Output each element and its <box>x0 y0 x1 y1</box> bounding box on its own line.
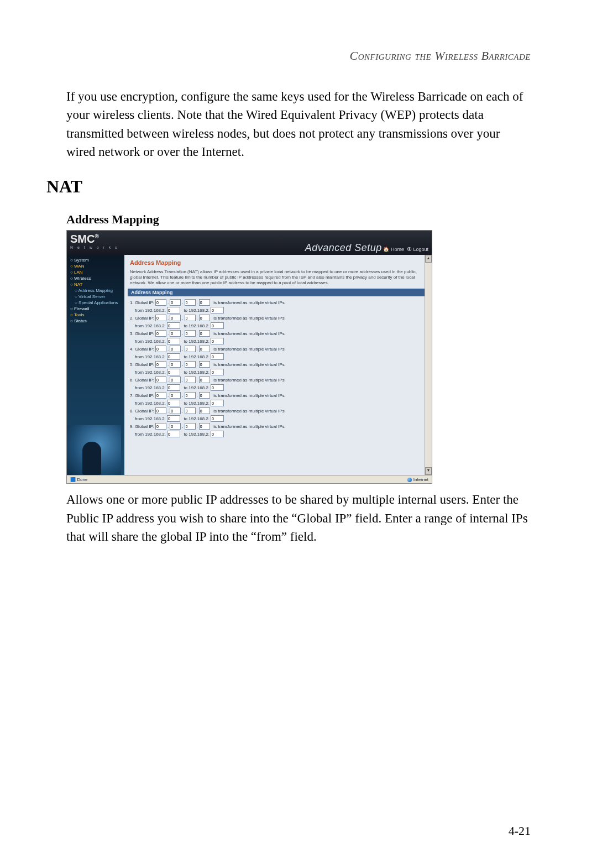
mapping-global-row: 6. Global IP: . . . is transformed as mu… <box>130 376 427 384</box>
mapping-global-row: 7. Global IP: . . . is transformed as mu… <box>130 391 427 399</box>
ip-range-input[interactable] <box>211 415 224 422</box>
sidebar-item[interactable]: ○ WAN <box>70 263 124 269</box>
ip-range-input[interactable] <box>167 384 180 391</box>
ip-range-input[interactable] <box>167 322 180 329</box>
ip-octet-input[interactable] <box>199 299 210 306</box>
ip-octet-input[interactable] <box>199 315 210 321</box>
ip-octet-input[interactable] <box>170 361 181 368</box>
scroll-up-icon[interactable]: ▲ <box>425 255 432 263</box>
ip-octet-input[interactable] <box>199 346 210 352</box>
sidebar-item[interactable]: ○ System <box>70 257 124 263</box>
sidebar-item[interactable]: ○ Special Applications <box>70 300 124 306</box>
sidebar: ○ System○ WAN○ LAN○ Wireless○ NAT○ Addre… <box>67 255 124 475</box>
ip-octet-input[interactable] <box>199 361 210 368</box>
mapping-range-row: from 192.168.2. to 192.168.2. <box>130 384 427 391</box>
mapping-global-row: 3. Global IP: . . . is transformed as mu… <box>130 330 427 337</box>
ip-octet-input[interactable] <box>170 377 181 383</box>
ip-octet-input[interactable] <box>185 346 196 352</box>
ip-octet-input[interactable] <box>170 407 181 414</box>
ip-range-input[interactable] <box>167 431 180 437</box>
ip-octet-input[interactable] <box>155 346 166 352</box>
ip-octet-input[interactable] <box>185 315 196 321</box>
main-panel: ▲ ▼ Address Mapping Network Address Tran… <box>124 255 432 475</box>
ip-range-input[interactable] <box>211 322 224 329</box>
ip-octet-input[interactable] <box>185 392 196 399</box>
ip-octet-input[interactable] <box>170 330 181 337</box>
ip-range-input[interactable] <box>211 338 224 344</box>
ip-octet-input[interactable] <box>199 423 210 430</box>
sidebar-item[interactable]: ○ Address Mapping <box>70 287 124 294</box>
mapping-global-row: 8. Global IP: . . . is transformed as mu… <box>130 407 427 415</box>
ip-octet-input[interactable] <box>199 330 210 337</box>
mapping-range-row: from 192.168.2. to 192.168.2. <box>130 415 427 422</box>
done-icon: 🟦 <box>70 477 76 482</box>
ip-range-input[interactable] <box>211 353 224 360</box>
ip-octet-input[interactable] <box>155 407 166 414</box>
panel-description: Network Address Translation (NAT) allows… <box>130 269 427 285</box>
scrollbar[interactable]: ▲ ▼ <box>425 255 432 475</box>
panel-subheader: Address Mapping <box>128 289 430 296</box>
mapping-range-row: from 192.168.2. to 192.168.2. <box>130 399 427 407</box>
ip-octet-input[interactable] <box>155 315 166 321</box>
sidebar-item[interactable]: ○ Firewall <box>70 306 124 312</box>
sidebar-item[interactable]: ○ NAT <box>70 281 124 287</box>
ip-range-input[interactable] <box>167 415 180 422</box>
router-screenshot: SMC® N e t w o r k s Advanced Setup 🏠 Ho… <box>66 230 432 484</box>
mapping-global-row: 2. Global IP: . . . is transformed as mu… <box>130 314 427 322</box>
ip-octet-input[interactable] <box>185 377 196 383</box>
ip-octet-input[interactable] <box>199 392 210 399</box>
sidebar-item[interactable]: ○ Wireless <box>70 275 124 281</box>
ip-octet-input[interactable] <box>155 377 166 383</box>
ip-octet-input[interactable] <box>185 361 196 368</box>
section-heading-nat: NAT <box>46 176 531 197</box>
globe-icon <box>407 478 412 482</box>
sidebar-item[interactable]: ○ Virtual Server <box>70 294 124 300</box>
mapping-range-row: from 192.168.2. to 192.168.2. <box>130 353 427 360</box>
intro-paragraph: If you use encryption, configure the sam… <box>66 87 531 161</box>
ip-range-input[interactable] <box>211 431 224 437</box>
advanced-setup-title: Advanced Setup <box>305 242 382 253</box>
ip-range-input[interactable] <box>167 353 180 360</box>
scroll-down-icon[interactable]: ▼ <box>425 467 432 475</box>
brand-logo: SMC® N e t w o r k s <box>70 233 119 249</box>
ip-octet-input[interactable] <box>185 299 196 306</box>
mapping-range-row: from 192.168.2. to 192.168.2. <box>130 430 427 438</box>
panel-title: Address Mapping <box>130 259 427 266</box>
ip-octet-input[interactable] <box>170 423 181 430</box>
ip-octet-input[interactable] <box>185 407 196 414</box>
home-link[interactable]: Home <box>391 247 404 252</box>
ip-octet-input[interactable] <box>170 315 181 321</box>
ip-octet-input[interactable] <box>155 330 166 337</box>
ip-octet-input[interactable] <box>155 299 166 306</box>
ip-octet-input[interactable] <box>155 392 166 399</box>
mapping-global-row: 1. Global IP: . . . is transformed as mu… <box>130 299 427 306</box>
mapping-range-row: from 192.168.2. to 192.168.2. <box>130 306 427 314</box>
ip-octet-input[interactable] <box>170 299 181 306</box>
logout-icon[interactable]: ⦿ <box>407 247 412 252</box>
ip-octet-input[interactable] <box>199 377 210 383</box>
ip-octet-input[interactable] <box>155 423 166 430</box>
sidebar-item[interactable]: ○ Tools <box>70 312 124 318</box>
sidebar-decoration <box>67 425 121 475</box>
ip-octet-input[interactable] <box>170 392 181 399</box>
ip-octet-input[interactable] <box>199 407 210 414</box>
ip-octet-input[interactable] <box>155 361 166 368</box>
sidebar-item[interactable]: ○ LAN <box>70 269 124 275</box>
ip-octet-input[interactable] <box>170 346 181 352</box>
ip-octet-input[interactable] <box>185 423 196 430</box>
logout-link[interactable]: Logout <box>413 247 428 252</box>
status-bar: 🟦 Done Internet <box>67 475 432 483</box>
home-icon[interactable]: 🏠 <box>383 247 389 252</box>
outro-paragraph: Allows one or more public IP addresses t… <box>66 490 531 546</box>
ip-range-input[interactable] <box>167 338 180 344</box>
ip-range-input[interactable] <box>167 400 180 406</box>
ip-range-input[interactable] <box>167 307 180 313</box>
ip-range-input[interactable] <box>167 369 180 375</box>
ip-range-input[interactable] <box>211 384 224 391</box>
subsection-heading-address-mapping: Address Mapping <box>66 212 531 227</box>
ip-range-input[interactable] <box>211 307 224 313</box>
ip-range-input[interactable] <box>211 369 224 375</box>
ip-octet-input[interactable] <box>185 330 196 337</box>
sidebar-item[interactable]: ○ Status <box>70 318 124 324</box>
ip-range-input[interactable] <box>211 400 224 406</box>
